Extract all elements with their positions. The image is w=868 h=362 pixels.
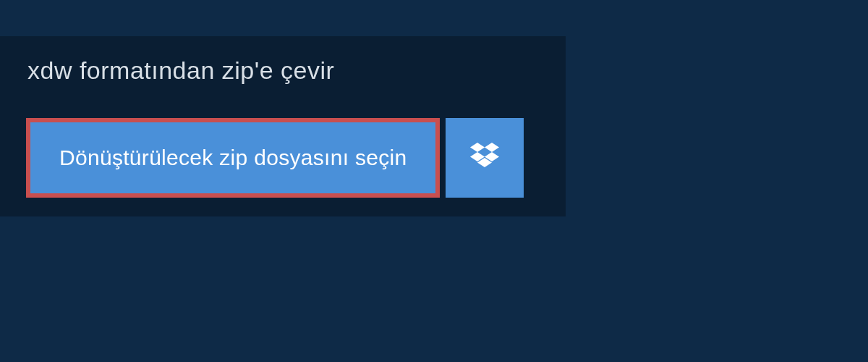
- dropbox-button[interactable]: [446, 118, 524, 198]
- dropbox-icon: [470, 143, 499, 173]
- button-row: Dönüştürülecek zip dosyasını seçin: [0, 105, 566, 216]
- select-file-button[interactable]: Dönüştürülecek zip dosyasını seçin: [26, 118, 440, 198]
- converter-panel: xdw formatından zip'e çevir Dönüştürülec…: [0, 36, 566, 216]
- page-title: xdw formatından zip'e çevir: [27, 56, 334, 85]
- tab-header: xdw formatından zip'e çevir: [0, 36, 365, 105]
